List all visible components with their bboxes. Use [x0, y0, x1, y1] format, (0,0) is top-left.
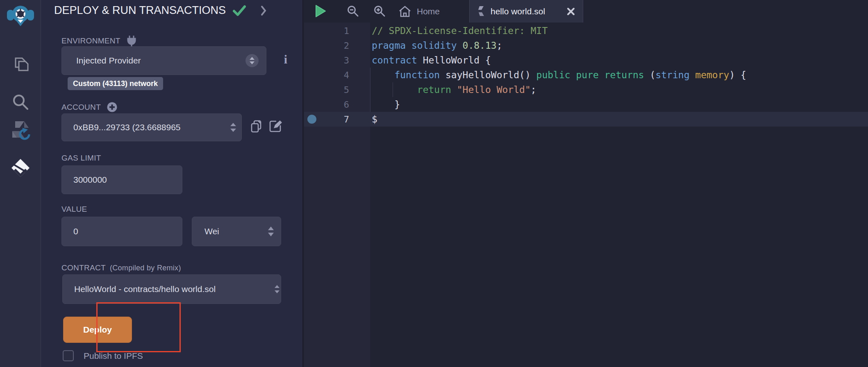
tab-home[interactable]: Home	[395, 0, 443, 23]
deploy-button[interactable]: Deploy	[63, 317, 132, 343]
code-line-text: function sayHelloWorld() public pure ret…	[349, 70, 746, 80]
editor-area: Home hello world.sol 1// S	[304, 0, 868, 367]
code-line[interactable]: 7$	[304, 112, 868, 127]
code-editor[interactable]: 1// SPDX-License-Identifier: MIT2pragma …	[304, 23, 868, 127]
environment-caret-icon	[245, 54, 259, 67]
code-line-text: // SPDX-License-Identifier: MIT	[349, 25, 548, 36]
gas-limit-input[interactable]: 3000000	[61, 165, 182, 194]
editor-tabbar: Home hello world.sol	[304, 0, 868, 23]
breakpoint-margin[interactable]	[304, 112, 329, 127]
home-tab-label: Home	[417, 7, 440, 16]
code-line-text: return "Hello World";	[349, 84, 536, 95]
value-label: VALUE	[61, 205, 87, 214]
line-number[interactable]: 3	[329, 55, 349, 66]
network-badge: Custom (43113) network	[68, 77, 163, 90]
zoom-out-icon[interactable]	[347, 5, 359, 17]
search-icon[interactable]	[0, 92, 41, 112]
breakpoint-dot-icon[interactable]	[307, 115, 316, 124]
environment-label: ENVIRONMENT	[61, 36, 120, 45]
chevron-right-icon[interactable]	[260, 5, 267, 16]
home-icon	[398, 5, 411, 18]
account-caret-icon	[230, 122, 236, 133]
value-amount: 0	[73, 227, 78, 236]
value-input[interactable]: 0	[61, 217, 182, 246]
publish-ipfs-checkbox[interactable]	[63, 350, 74, 361]
breakpoint-margin[interactable]	[304, 68, 329, 82]
file-tab-label: hello world.sol	[491, 7, 545, 16]
contract-caret-icon	[274, 284, 280, 294]
code-line[interactable]: 2pragma solidity 0.8.13;	[304, 38, 868, 53]
deploy-run-panel: DEPLOY & RUN TRANSACTIONS ENVIRONMENT In…	[41, 0, 303, 367]
remix-logo-icon[interactable]	[0, 3, 41, 29]
breakpoint-margin[interactable]	[304, 38, 329, 53]
contract-sublabel: (Compiled by Remix)	[110, 264, 181, 272]
run-script-icon[interactable]	[314, 5, 327, 18]
copy-account-icon[interactable]	[250, 120, 262, 134]
contract-select[interactable]: HelloWorld - contracts/hello world.sol	[62, 274, 281, 304]
value-unit-select[interactable]: Wei	[192, 217, 281, 246]
icon-sidebar	[0, 0, 41, 367]
code-line-text: contract HelloWorld {	[349, 55, 491, 66]
account-label: ACCOUNT	[61, 103, 101, 112]
tab-file-active[interactable]: hello world.sol	[469, 0, 583, 23]
environment-value: Injected Provider	[76, 56, 245, 66]
panel-header: DEPLOY & RUN TRANSACTIONS	[54, 4, 267, 17]
code-line-text: pragma solidity 0.8.13;	[349, 40, 502, 51]
code-line-text: $	[349, 114, 377, 125]
indent-guide	[370, 68, 370, 112]
panel-title: DEPLOY & RUN TRANSACTIONS	[54, 4, 226, 17]
code-line[interactable]: 5 return "Hello World";	[304, 82, 868, 97]
info-icon[interactable]: i	[279, 52, 292, 66]
add-account-icon[interactable]	[107, 102, 118, 113]
code-line-text: }	[349, 99, 400, 110]
code-line[interactable]: 4 function sayHelloWorld() public pure r…	[304, 68, 868, 82]
remix-ide-window: DEPLOY & RUN TRANSACTIONS ENVIRONMENT In…	[0, 0, 868, 367]
line-number[interactable]: 7	[329, 114, 349, 125]
line-number[interactable]: 6	[329, 100, 349, 110]
gas-limit-value: 3000000	[73, 175, 107, 185]
contract-value: HelloWorld - contracts/hello world.sol	[74, 284, 274, 294]
solidity-file-icon	[477, 5, 485, 18]
code-line[interactable]: 1// SPDX-License-Identifier: MIT	[304, 23, 868, 38]
plug-icon	[126, 35, 137, 47]
breakpoint-margin[interactable]	[304, 82, 329, 97]
gas-limit-label: GAS LIMIT	[61, 154, 101, 163]
breakpoint-margin[interactable]	[304, 53, 329, 68]
line-number[interactable]: 5	[329, 85, 349, 95]
deploy-and-run-icon[interactable]	[0, 158, 41, 179]
environment-select[interactable]: Injected Provider	[61, 46, 266, 75]
compile-success-check-icon	[232, 5, 246, 17]
line-number[interactable]: 4	[329, 70, 349, 80]
account-select[interactable]: 0xBB9...29733 (23.6688965	[61, 113, 242, 141]
code-line[interactable]: 3contract HelloWorld {	[304, 53, 868, 68]
line-number[interactable]: 2	[329, 41, 349, 51]
value-unit: Wei	[205, 227, 268, 236]
edit-account-icon[interactable]	[269, 120, 282, 133]
line-number[interactable]: 1	[329, 26, 349, 36]
publish-ipfs-label: Publish to IPFS	[84, 351, 143, 361]
close-tab-icon[interactable]	[566, 7, 575, 16]
breakpoint-margin[interactable]	[304, 97, 329, 112]
file-explorer-icon[interactable]	[0, 54, 41, 75]
code-line[interactable]: 6 }	[304, 97, 868, 112]
account-value: 0xBB9...29733 (23.6688965	[73, 122, 230, 132]
solidity-compiler-icon[interactable]	[0, 120, 41, 147]
unit-caret-icon	[268, 226, 274, 237]
indent-guide	[393, 82, 393, 97]
breakpoint-margin[interactable]	[304, 23, 329, 38]
contract-label: CONTRACT	[61, 263, 106, 272]
zoom-in-icon[interactable]	[373, 5, 386, 17]
